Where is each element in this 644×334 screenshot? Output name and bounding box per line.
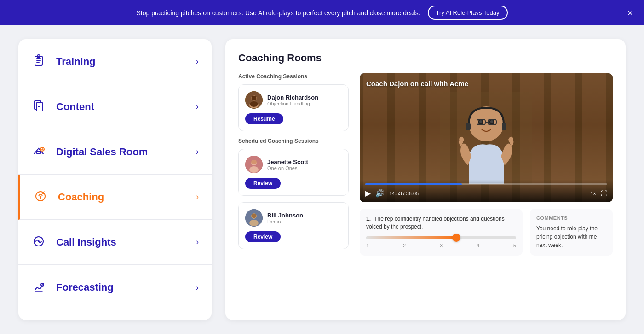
banner-text: Stop practicing pitches on customers. Us… (136, 9, 420, 17)
resume-button[interactable]: Resume (245, 113, 283, 124)
coaching-rooms-title: Coaching Rooms (238, 52, 613, 64)
svg-rect-33 (466, 123, 471, 130)
training-label: Training (56, 56, 196, 68)
svg-point-29 (490, 120, 493, 123)
sidebar-item-training[interactable]: Training › (18, 39, 212, 84)
sidebar-item-forecasting[interactable]: Forecasting › (18, 265, 212, 310)
svg-rect-4 (37, 151, 40, 154)
score-slider-dot (452, 234, 460, 242)
video-controls-row: ▶ 🔊 14:53 / 36:05 1× ⛶ (365, 189, 607, 198)
score-section: 1. The rep confidently handled objection… (360, 209, 523, 256)
coaching-chevron: › (196, 192, 199, 202)
svg-rect-34 (502, 123, 506, 130)
svg-point-23 (252, 214, 257, 218)
video-controls-left: ▶ 🔊 14:53 / 36:05 (365, 189, 419, 198)
content-icon (31, 99, 48, 115)
time-current: 14:53 (389, 191, 402, 196)
content-label: Content (56, 101, 196, 113)
sessions-panel: Active Coaching Sessions (238, 73, 349, 256)
session-card-bill: Bill Johnson Demo Review (238, 202, 349, 249)
sidebar-item-content[interactable]: Content › (18, 84, 212, 129)
coaching-label: Coaching (58, 191, 196, 203)
svg-point-9 (38, 240, 40, 242)
call-insights-icon (31, 234, 48, 251)
video-progress-fill (365, 183, 462, 185)
session-card-jeanette: Jeanette Scott One on Ones Review (238, 149, 349, 196)
sidebar-item-coaching[interactable]: Coaching › (18, 175, 212, 220)
session-user-bill: Bill Johnson Demo (245, 209, 342, 227)
training-chevron: › (196, 57, 199, 66)
coaching-body: Active Coaching Sessions (238, 73, 613, 256)
time-total: 36:05 (406, 191, 419, 196)
score-1: 1 (366, 243, 369, 248)
jeanette-subtitle: One on Ones (267, 165, 308, 171)
avatar-bill (245, 209, 263, 227)
session-user-jeanette: Jeanette Scott One on Ones (245, 156, 342, 173)
try-ai-roleplays-button[interactable]: Try AI Role-Plays Today (428, 6, 508, 20)
digital-sales-room-label: Digital Sales Room (56, 146, 196, 158)
video-progress-bar[interactable] (365, 183, 607, 185)
avatar-jeanette (245, 156, 263, 173)
review-button-jeanette[interactable]: Review (245, 178, 281, 189)
score-2: 2 (403, 243, 406, 248)
svg-point-28 (479, 120, 482, 123)
svg-point-22 (249, 220, 259, 226)
sidebar-item-digital-sales-room[interactable]: Digital Sales Room › (18, 129, 212, 175)
video-person-svg (440, 92, 532, 184)
video-time: 14:53 / 36:05 (389, 191, 419, 196)
bill-subtitle: Demo (267, 219, 303, 224)
session-info-jeanette: Jeanette Scott One on Ones (267, 158, 308, 171)
banner-close-button[interactable]: × (627, 8, 633, 18)
sidebar-item-call-insights[interactable]: Call Insights › (18, 220, 212, 265)
call-insights-label: Call Insights (56, 236, 196, 248)
comments-text: You need to role-play the pricing object… (536, 224, 606, 249)
score-slider-row (366, 236, 516, 239)
digital-sales-room-chevron: › (196, 147, 199, 157)
training-icon (31, 53, 48, 70)
dajon-subtitle: Objection Handling (267, 101, 318, 106)
score-4: 4 (477, 243, 479, 248)
svg-point-19 (251, 160, 257, 164)
session-card-dajon: Dajon Richardson Objection Handling Resu… (238, 84, 349, 131)
svg-point-15 (250, 101, 258, 107)
score-number: 1. (366, 216, 371, 222)
dajon-name: Dajon Richardson (267, 94, 318, 101)
comments-section: COMMENTS You need to role-play the prici… (530, 209, 613, 256)
svg-point-18 (249, 166, 259, 173)
score-numbers: 1 2 3 4 5 (366, 243, 516, 248)
scheduled-sessions-label: Scheduled Coaching Sessions (238, 138, 349, 144)
digital-sales-room-icon (31, 144, 48, 160)
call-insights-chevron: › (196, 237, 199, 247)
video-panel: Coach Dajon on call with Acme ▶ 🔊 14:53 … (360, 73, 613, 256)
score-slider-fill (366, 236, 456, 239)
forecasting-chevron: › (196, 283, 199, 293)
score-slider-track[interactable] (366, 236, 516, 239)
svg-point-14 (252, 96, 257, 101)
session-user-dajon: Dajon Richardson Objection Handling (245, 91, 342, 109)
main-layout: Training › Content › (0, 25, 644, 334)
volume-icon[interactable]: 🔊 (375, 189, 385, 198)
content-chevron: › (196, 102, 199, 111)
score-3: 3 (440, 243, 443, 248)
coaching-rooms-panel: Coaching Rooms Active Coaching Sessions (225, 39, 626, 320)
left-nav: Training › Content › (18, 39, 212, 320)
fullscreen-icon[interactable]: ⛶ (601, 190, 607, 197)
jeanette-name: Jeanette Scott (267, 158, 308, 165)
announcement-banner: Stop practicing pitches on customers. Us… (0, 0, 644, 25)
review-button-bill[interactable]: Review (245, 231, 281, 242)
comments-label: COMMENTS (536, 215, 606, 221)
score-question: 1. The rep confidently handled objection… (366, 215, 516, 231)
score-comments-row: 1. The rep confidently handled objection… (360, 209, 613, 256)
bill-name: Bill Johnson (267, 212, 303, 219)
active-sessions-label: Active Coaching Sessions (238, 73, 349, 80)
play-icon[interactable]: ▶ (365, 189, 371, 198)
video-controls-right: 1× ⛶ (590, 190, 607, 197)
video-container: Coach Dajon on call with Acme ▶ 🔊 14:53 … (360, 73, 613, 202)
speed-label[interactable]: 1× (590, 191, 596, 196)
coaching-icon (33, 189, 50, 205)
forecasting-icon (31, 279, 48, 296)
video-overlay-label: Coach Dajon on call with Acme (366, 80, 468, 88)
score-question-text: The rep confidently handled objections a… (366, 216, 505, 230)
session-info-dajon: Dajon Richardson Objection Handling (267, 94, 318, 106)
score-5: 5 (513, 243, 516, 248)
